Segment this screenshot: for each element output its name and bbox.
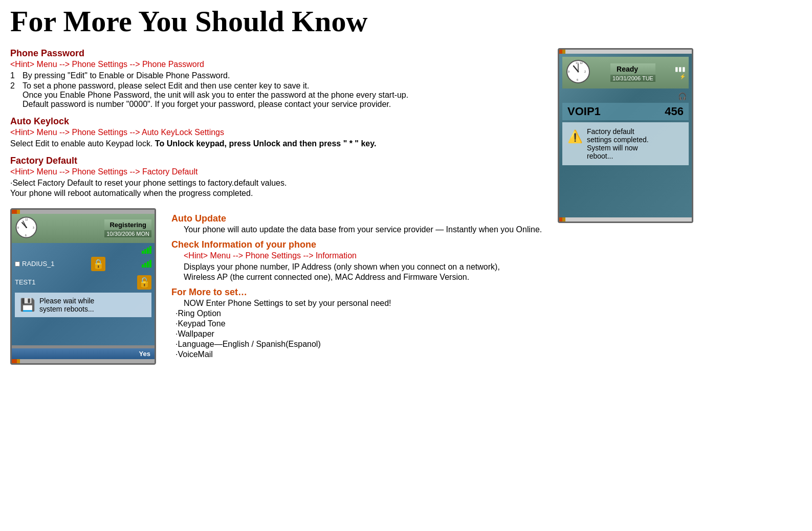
- phone-right-clock-svg: 11 12 2 6 9: [565, 59, 591, 84]
- phone-clock-left: 12 3 6 9: [15, 216, 38, 241]
- right-text-column: Auto Update Your phone will auto update …: [171, 208, 547, 365]
- phone-right-screen: 11 12 2 6 9 Ready 10/31/2006 TUE: [559, 54, 692, 217]
- for-more-heading: For More to set…: [171, 287, 547, 298]
- svg-text:3: 3: [33, 226, 34, 229]
- list-text: By pressing "Edit" to Enable or Disable …: [23, 71, 230, 80]
- auto-keylock-body: Select Edit to enable auto Keypad lock. …: [10, 139, 547, 148]
- lock-icon-2: 🔓: [137, 275, 151, 290]
- check-info-body1: Displays your phone number, IP Address (…: [184, 262, 547, 272]
- phone-mockup-right: 11 12 2 6 9 Ready 10/31/2006 TUE: [558, 48, 693, 223]
- phone-right-top-bar: [559, 50, 692, 54]
- list-num: 1: [10, 71, 18, 80]
- auto-keylock-bold: To Unlock keypad, press Unlock and then …: [155, 139, 377, 148]
- svg-text:11 12: 11 12: [576, 61, 583, 64]
- sig-bar-7: [147, 261, 149, 268]
- phone-password-hint: <Hint> Menu --> Phone Settings --> Phone…: [10, 60, 547, 69]
- factory-default-body2: Your phone will reboot automatically whe…: [10, 189, 547, 198]
- ready-label: Ready: [610, 63, 655, 75]
- sig-bar-1: [142, 251, 144, 254]
- check-info-hint: <Hint> Menu --> Phone Settings --> Infor…: [184, 251, 547, 260]
- for-more-item-2: ·Keypad Tone: [175, 319, 547, 328]
- list-num: 2: [10, 81, 18, 109]
- warning-icon: ⚠️: [567, 129, 583, 144]
- svg-text:2: 2: [584, 70, 586, 73]
- radius-checkbox[interactable]: [15, 261, 20, 267]
- sig-bar-6: [144, 263, 146, 268]
- radius-label: RADIUS_1: [22, 260, 55, 268]
- signal-icon-right: ⚡: [679, 74, 686, 79]
- signal-bars-row: [15, 246, 151, 254]
- check-info-heading: Check Information of your phone: [171, 239, 547, 250]
- date-label: 10/31/2006 TUE: [610, 75, 655, 82]
- phone-date-label: 10/30/2006 MON: [104, 230, 151, 237]
- phone-right-icons: ▮▮▮ ⚡: [675, 65, 686, 79]
- list-text: To set a phone password, please select E…: [23, 81, 408, 109]
- phone-yes-bar: Yes: [12, 348, 155, 359]
- sig-bar-5: [142, 264, 144, 268]
- reboot-box: 💾 Please wait while system reboots...: [15, 293, 151, 317]
- voip-number: 456: [665, 105, 684, 118]
- factory-default-message: Factory default settings completed. Syst…: [587, 127, 649, 160]
- headphone-row: 🎧: [562, 92, 689, 101]
- headphone-icon: 🎧: [678, 92, 687, 100]
- auto-update-heading: Auto Update: [171, 213, 547, 224]
- left-column: Phone Password <Hint> Menu --> Phone Set…: [10, 43, 547, 365]
- svg-text:6: 6: [577, 78, 578, 81]
- list-item: 2 To set a phone password, please select…: [10, 81, 547, 109]
- for-more-item-3: ·Wallpaper: [175, 329, 547, 339]
- clock-svg: 12 3 6 9: [15, 216, 38, 239]
- factory-msg-3: System will now: [587, 144, 649, 152]
- factory-default-box: ⚠️ Factory default settings completed. S…: [562, 122, 689, 165]
- factory-msg-2: settings completed.: [587, 136, 649, 144]
- for-more-item-0: NOW Enter Phone Settings to set by your …: [184, 299, 547, 308]
- factory-default-body1: ·Select Factory Default to reset your ph…: [10, 179, 547, 188]
- check-info-body2: Wireless AP (the current connected one),…: [184, 273, 547, 282]
- phone-right-clock: 11 12 2 6 9: [565, 59, 591, 86]
- svg-text:9: 9: [17, 226, 19, 229]
- phone-screen: 12 3 6 9 Registering: [12, 214, 155, 359]
- test-row: TEST1 🔓: [15, 274, 151, 291]
- for-more-item-5: ·VoiceMail: [175, 350, 547, 359]
- voip-row: VOIP1 456: [562, 103, 689, 120]
- yes-label: Yes: [139, 350, 150, 358]
- phone-bottom-red: [12, 359, 17, 363]
- factory-default-heading: Factory Default: [10, 156, 547, 166]
- auto-keylock-hint: <Hint> Menu --> Phone Settings --> Auto …: [10, 128, 547, 137]
- list-item: 1 By pressing "Edit" to Enable or Disabl…: [10, 71, 547, 80]
- voip-label: VOIP1: [567, 105, 601, 118]
- bottom-section: 12 3 6 9 Registering: [10, 208, 547, 365]
- signal-icon-2: [142, 260, 151, 268]
- sig-bar-3: [147, 248, 149, 254]
- factory-msg-1: Factory default: [587, 127, 649, 136]
- floppy-icon: 💾: [20, 298, 35, 312]
- phone-right-status-bar: 11 12 2 6 9 Ready 10/31/2006 TUE: [562, 57, 689, 88]
- auto-update-body: Your phone will auto update the data bas…: [184, 225, 547, 234]
- phone-mockup-left: 12 3 6 9 Registering: [10, 208, 156, 365]
- phone-status-bar: 12 3 6 9 Registering: [12, 214, 155, 243]
- svg-text:9: 9: [568, 70, 569, 73]
- phone-password-heading: Phone Password: [10, 48, 547, 59]
- sig-bar-2: [144, 249, 146, 254]
- battery-icon: ▮▮▮: [675, 65, 686, 73]
- right-column: 11 12 2 6 9 Ready 10/31/2006 TUE: [558, 48, 696, 365]
- radius-label-row: RADIUS_1: [15, 260, 55, 268]
- page-title: For More You Should Know: [10, 5, 802, 38]
- signal-icon: [142, 246, 151, 254]
- reboot-text: Please wait while system reboots...: [39, 297, 94, 313]
- phone-bottom-gray: [20, 359, 155, 363]
- auto-keylock-heading: Auto Keylock: [10, 116, 547, 127]
- phone-right-bottom-bar: [559, 217, 692, 222]
- phone-registering-label: Registering: [104, 219, 151, 230]
- phone-top-bar: [12, 210, 155, 214]
- svg-text:12: 12: [25, 218, 28, 221]
- phone-right-status: Registering 10/30/2006 MON: [104, 219, 151, 237]
- phone-bottom-bar: [12, 359, 155, 363]
- phone-bar-red: [12, 210, 17, 214]
- for-more-item-1: ·Ring Option: [175, 309, 547, 318]
- factory-msg-4: reboot...: [587, 152, 649, 160]
- phone-right-status-text: Ready 10/31/2006 TUE: [610, 63, 655, 82]
- sig-bar-4: [149, 246, 151, 254]
- for-more-item-4: ·Language—English / Spanish(Espanol): [175, 340, 547, 349]
- test-label: TEST1: [15, 278, 35, 286]
- radius-row: RADIUS_1 🔒: [15, 256, 151, 272]
